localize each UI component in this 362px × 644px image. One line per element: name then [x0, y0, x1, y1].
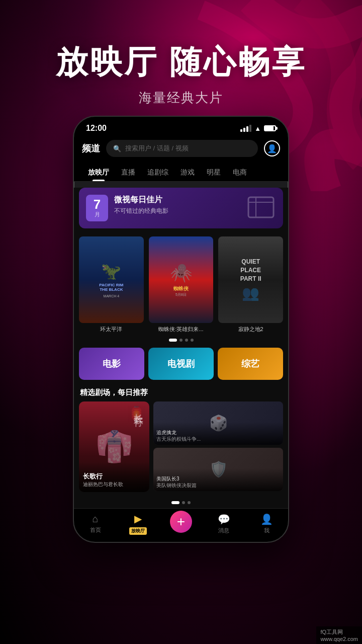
hero-subtitle: 海量经典大片 [0, 89, 362, 107]
drama-small-2[interactable]: 🛡️ 美国队长3美队钢铁侠决裂篇 [153, 448, 283, 491]
signal-icon [240, 125, 251, 132]
featured-info: 微视每日佳片 不可错过的经典电影 [114, 195, 240, 215]
battery-icon [264, 125, 276, 131]
bottom-navigation: ⌂ 首页 ▶ 放映厅 + 💬 消息 👤 我 [74, 508, 288, 542]
watermark-line1: fQ工具网 [320, 628, 358, 636]
featured-title: 微视每日佳片 [114, 195, 240, 205]
movie-title-2: 蜘蛛侠:英雄归来... [149, 326, 214, 333]
drama-small-label-2: 美国队长3美队钢铁侠决裂篇 [153, 468, 283, 491]
drama-main-sub: 迪丽热巴与君长歌 [83, 481, 145, 488]
nav-fangying[interactable]: ▶ 放映厅 [117, 513, 159, 535]
movie-item-1[interactable]: 🦖 PACIFIC RIMTHE BLACK MARCH 4 环太平洋 [79, 236, 144, 333]
movie-list: 🦖 PACIFIC RIMTHE BLACK MARCH 4 环太平洋 🕷️ 蜘… [74, 232, 288, 337]
phone-screen: 12:00 ▲ 频道 🔍 搜索用户 / 话题 / 视频 👤 放映厅 [73, 116, 289, 543]
date-badge: 7 月 [86, 195, 108, 221]
status-icons: ▲ [240, 125, 276, 132]
svg-rect-1 [248, 197, 274, 217]
tab-live[interactable]: 直播 [115, 164, 141, 181]
movie-poster-2: 🕷️ 蜘蛛侠 5月8日 [149, 236, 214, 323]
app-header: 频道 🔍 搜索用户 / 话题 / 视频 👤 [74, 136, 288, 162]
drama-grid: 👘 🏮 长歌行 长歌行 迪丽热巴与君长歌 🎲 [74, 401, 288, 498]
tab-fangying[interactable]: 放映厅 [82, 164, 115, 181]
plus-button[interactable]: + [170, 511, 192, 533]
drama-main-item[interactable]: 👘 🏮 长歌行 长歌行 迪丽热巴与君长歌 [79, 401, 149, 492]
tab-drama[interactable]: 追剧综 [141, 164, 174, 181]
watermark-line2: www.qqe2.com [320, 636, 358, 642]
drama-main-title: 长歌行 [83, 472, 145, 481]
content-area: 7 月 微视每日佳片 不可错过的经典电影 [74, 188, 288, 508]
featured-logo [246, 195, 276, 220]
drama-dot-1 [171, 501, 179, 504]
movie-item-2[interactable]: 🕷️ 蜘蛛侠 5月8日 蜘蛛侠:英雄归来... [149, 236, 214, 333]
category-movie[interactable]: 电影 [79, 348, 144, 380]
drama-dot-2 [182, 501, 185, 504]
nav-tabs: 放映厅 直播 追剧综 游戏 明星 电商 [74, 162, 288, 182]
movie-poster-3: QUIETPLACEPART II 👥 [218, 236, 283, 323]
watermark: fQ工具网 www.qqe2.com [316, 626, 362, 644]
dot-3 [185, 339, 188, 342]
movie-item-3[interactable]: QUIETPLACEPART II 👥 寂静之地2 [218, 236, 283, 333]
status-bar: 12:00 ▲ [74, 117, 288, 136]
drama-dots [74, 498, 288, 508]
message-icon: 💬 [218, 513, 230, 525]
me-label: 我 [264, 527, 269, 534]
movie-title-1: 环太平洋 [79, 326, 144, 333]
home-icon: ⌂ [93, 513, 99, 525]
hero-title: 放映厅 随心畅享 [0, 40, 362, 84]
category-buttons: 电影 电视剧 综艺 [74, 346, 288, 386]
status-time: 12:00 [86, 124, 107, 133]
home-label: 首页 [90, 526, 101, 534]
search-placeholder-text: 搜索用户 / 话题 / 视频 [125, 144, 189, 153]
drama-main-info: 长歌行 迪丽热巴与君长歌 [79, 462, 149, 492]
featured-subtitle: 不可错过的经典电影 [114, 207, 240, 215]
wifi-icon: ▲ [254, 125, 261, 132]
nav-messages[interactable]: 💬 消息 [203, 513, 245, 534]
movie-poster-1: 🦖 PACIFIC RIMTHE BLACK MARCH 4 [79, 236, 144, 323]
me-icon: 👤 [260, 513, 273, 525]
nav-home[interactable]: ⌂ 首页 [74, 513, 117, 534]
message-label: 消息 [218, 527, 229, 534]
date-unit: 月 [91, 211, 103, 218]
drama-dot-3 [188, 501, 191, 504]
drama-small-label-1: 追虎擒龙古天乐的权钱斗争... [153, 422, 283, 445]
drama-small-1[interactable]: 🎲 追虎擒龙古天乐的权钱斗争... [153, 401, 283, 445]
dot-1 [169, 339, 177, 342]
fangying-badge: 放映厅 [129, 527, 147, 535]
app-logo: 频道 [82, 142, 100, 154]
hero-section: 放映厅 随心畅享 海量经典大片 [0, 40, 362, 107]
search-icon: 🔍 [113, 145, 121, 152]
search-bar[interactable]: 🔍 搜索用户 / 话题 / 视频 [106, 140, 258, 157]
phone-mockup: 12:00 ▲ 频道 🔍 搜索用户 / 话题 / 视频 👤 放映厅 [73, 116, 289, 543]
nav-plus[interactable]: + [159, 515, 202, 533]
date-number: 7 [91, 198, 103, 211]
category-tv[interactable]: 电视剧 [148, 348, 214, 380]
drama-side-items: 🎲 追虎擒龙古天乐的权钱斗争... 🛡️ 美国队长3美队钢铁侠决裂篇 [153, 401, 283, 492]
fangying-icon: ▶ [134, 513, 142, 525]
nav-me[interactable]: 👤 我 [245, 513, 288, 534]
dot-4 [191, 339, 194, 342]
user-add-icon[interactable]: 👤 [264, 140, 280, 156]
category-variety[interactable]: 综艺 [218, 348, 283, 380]
tab-ecom[interactable]: 电商 [227, 164, 253, 181]
carousel-dots [74, 337, 288, 346]
dot-2 [179, 339, 183, 342]
featured-card[interactable]: 7 月 微视每日佳片 不可错过的经典电影 [79, 188, 283, 228]
section-title: 精选剧场，每日推荐 [74, 386, 288, 401]
tab-game[interactable]: 游戏 [174, 164, 201, 181]
movie-title-3: 寂静之地2 [218, 326, 283, 333]
tab-star[interactable]: 明星 [201, 164, 227, 181]
